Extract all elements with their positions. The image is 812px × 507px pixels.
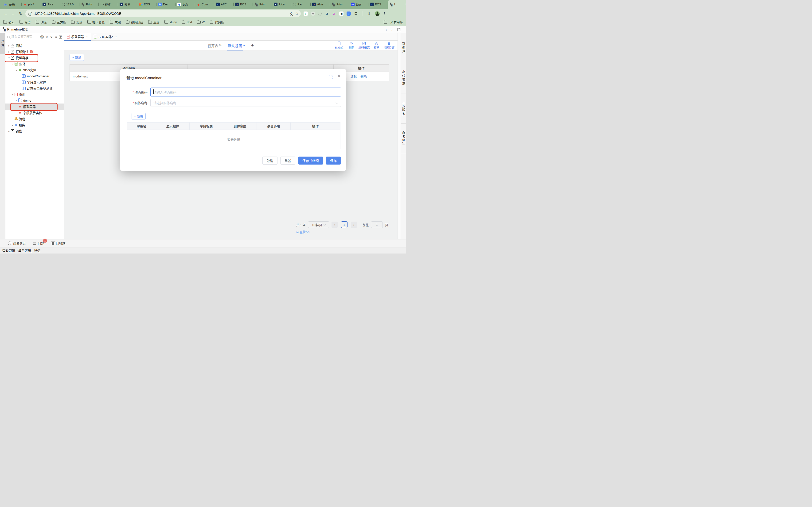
- browser-tab[interactable]: XEOS: [234, 0, 253, 9]
- translate-icon[interactable]: 文: [59, 35, 62, 39]
- tree-item[interactable]: 动态表单模型测试: [5, 85, 64, 91]
- rail-tab-resources[interactable]: 资源: [0, 33, 5, 54]
- reset-button[interactable]: 重置: [280, 157, 295, 165]
- menu-kebab-icon[interactable]: ⋮: [383, 11, 386, 16]
- toolbar-action[interactable]: ◎预览: [370, 42, 383, 50]
- current-page-button[interactable]: 1: [341, 221, 348, 228]
- extensions-puzzle-icon[interactable]: ⚄: [354, 11, 358, 16]
- dynamic-code-input[interactable]: 请输入动态编码: [150, 88, 341, 97]
- browser-tab[interactable]: XEOS: [368, 0, 388, 9]
- browser-tab[interactable]: XAfce: [41, 0, 60, 9]
- close-tab-icon[interactable]: ×: [405, 3, 406, 6]
- radar-extension-icon[interactable]: [318, 12, 322, 15]
- toolbar-action[interactable]: ‹/›编码模式: [358, 42, 370, 49]
- chevron-down-icon[interactable]: ▾: [15, 69, 18, 71]
- chevron-down-icon[interactable]: ▾: [11, 63, 14, 65]
- bookmark-item[interactable]: 文章: [71, 20, 82, 24]
- browser-tab[interactable]: ◆Com: [195, 0, 214, 9]
- tree-item[interactable]: 模型容器: [5, 104, 64, 110]
- right-rail-tab[interactable]: 命名Sql: [401, 124, 406, 154]
- forward-icon[interactable]: →: [10, 11, 16, 16]
- tab-default-view[interactable]: 默认视图: [228, 41, 245, 50]
- right-rail-tab[interactable]: 离线资源: [401, 63, 406, 94]
- tree-item[interactable]: modelContainer: [5, 73, 64, 79]
- right-rail-tab[interactable]: 数据源: [401, 33, 406, 63]
- reload-icon[interactable]: ↻: [18, 11, 23, 16]
- chevron-down-icon[interactable]: ▾: [11, 93, 14, 96]
- tree-item[interactable]: ▾SDO实体: [5, 67, 64, 73]
- browser-tab[interactable]: X预览: [118, 0, 137, 9]
- bookmark-item[interactable]: 三方库: [52, 20, 66, 24]
- toolbar-action[interactable]: ⊞视图设置: [383, 42, 395, 50]
- j-extension-icon[interactable]: J: [325, 11, 329, 16]
- bookmark-item[interactable]: 求职: [110, 20, 121, 24]
- browser-tab[interactable]: Pac: [291, 0, 311, 9]
- history-back-icon[interactable]: ‹: [386, 27, 387, 32]
- bottombar-trash[interactable]: 回收站: [52, 241, 65, 245]
- editor-tab-model-container[interactable]: 模型容器 ×: [64, 33, 91, 40]
- browser-tab[interactable]: DDev: [156, 0, 176, 9]
- right-rail-tab[interactable]: 三方服务: [401, 94, 406, 124]
- bookmark-item[interactable]: study: [164, 20, 177, 24]
- goto-page-input[interactable]: [371, 221, 383, 228]
- next-page-button[interactable]: ›: [351, 222, 357, 228]
- bookmark-item[interactable]: 框架: [19, 20, 31, 24]
- browser-tab[interactable]: ▚Prim: [80, 0, 99, 9]
- toolbar-action[interactable]: ↻刷新: [345, 42, 358, 50]
- refresh-icon[interactable]: ↻: [50, 35, 53, 39]
- browser-tab[interactable]: ◆文心: [176, 0, 195, 9]
- x-extension-icon[interactable]: X: [332, 11, 336, 16]
- bookmark-item[interactable]: 公司: [3, 20, 14, 24]
- chevron-right-icon[interactable]: ▸: [7, 50, 11, 53]
- prev-page-button[interactable]: ‹: [332, 222, 338, 228]
- add-resource-icon[interactable]: ⊕: [45, 35, 48, 39]
- row-action-link[interactable]: 编辑: [350, 74, 357, 78]
- bookmark-item[interactable]: 生活: [148, 20, 159, 24]
- row-action-link[interactable]: 删除: [360, 74, 367, 78]
- chevron-right-icon[interactable]: ▸: [7, 130, 11, 132]
- close-icon[interactable]: ×: [115, 35, 117, 39]
- ai-icon[interactable]: AI: [40, 35, 44, 39]
- tree-item[interactable]: ▸打印测试!: [5, 49, 64, 55]
- toolbar-action[interactable]: 移动端: [333, 42, 345, 50]
- qr-extension-icon[interactable]: ▦: [339, 11, 344, 16]
- downloader-extension-icon[interactable]: ↓: [347, 11, 351, 16]
- cancel-button[interactable]: 取消: [262, 157, 277, 165]
- save-button[interactable]: 保存: [326, 157, 341, 165]
- bookmark-item[interactable]: r2: [197, 20, 205, 24]
- add-record-button[interactable]: + 新增: [69, 54, 84, 61]
- browser-tab[interactable]: ◆pts /: [21, 0, 41, 9]
- profile-avatar[interactable]: [375, 11, 380, 16]
- add-field-button[interactable]: + 新增: [132, 113, 146, 119]
- search-input[interactable]: [11, 35, 39, 39]
- react-extension-icon[interactable]: ❋: [311, 11, 315, 16]
- back-icon[interactable]: ←: [3, 11, 8, 16]
- tree-item[interactable]: ▸⚙服务: [5, 122, 64, 128]
- browser-tab[interactable]: EOS: [137, 0, 156, 9]
- bookmark-star-icon[interactable]: ☆: [295, 11, 298, 16]
- chevron-down-icon[interactable]: ▾: [7, 57, 11, 59]
- tree-item[interactable]: ▾实体: [5, 61, 64, 67]
- browser-tab[interactable]: ⋈普元: [2, 0, 21, 9]
- tree-item[interactable]: 字段展示实体: [5, 110, 64, 116]
- browser-tab[interactable]: ▚I×: [388, 0, 406, 9]
- browser-tab[interactable]: XAfce: [272, 0, 291, 9]
- fullscreen-icon[interactable]: [329, 75, 333, 79]
- chevron-right-icon[interactable]: ▸: [11, 124, 14, 126]
- browser-tab[interactable]: XAFC: [214, 0, 234, 9]
- browser-tab[interactable]: ▚Prim: [253, 0, 272, 9]
- page-size-select[interactable]: 10条/页: [308, 221, 329, 228]
- save-icon[interactable]: [397, 28, 401, 31]
- chevron-right-icon[interactable]: ▸: [7, 44, 11, 47]
- bookmark-item[interactable]: 视频网站: [126, 20, 143, 24]
- view-api-link[interactable]: 查看Api: [296, 230, 388, 234]
- browser-tab[interactable]: ▚Prim: [330, 0, 349, 9]
- address-bar[interactable]: i 127.0.0.1:28079/ide/index.html?appName…: [26, 10, 301, 17]
- browser-tab[interactable]: 127.0: [60, 0, 80, 9]
- editor-tab-sdo-entity[interactable]: SDO实体* ×: [91, 33, 120, 40]
- tree-item[interactable]: 流程: [5, 116, 64, 122]
- bottombar-list[interactable]: 问题1: [33, 241, 44, 245]
- all-bookmarks[interactable]: 所有书签: [380, 20, 403, 24]
- add-view-button[interactable]: +: [251, 43, 254, 48]
- tree-item[interactable]: ▸demo: [5, 97, 64, 104]
